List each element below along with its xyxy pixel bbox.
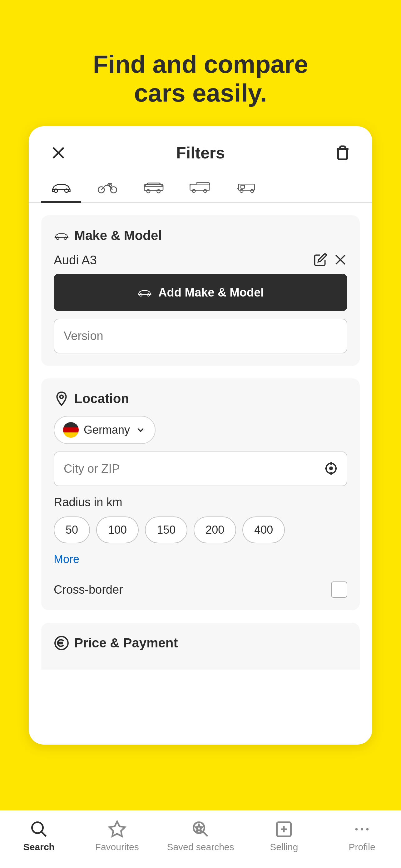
svg-marker-34 [109,822,125,836]
svg-rect-7 [144,185,163,190]
make-model-header: Make & Model [54,228,347,243]
filters-title: Filters [176,144,225,162]
price-payment-title: Price & Payment [74,636,178,651]
svg-point-41 [366,828,369,831]
nav-profile[interactable]: Profile [334,820,390,852]
radius-400[interactable]: 400 [242,517,285,544]
location-title: Location [74,391,129,406]
tab-caravan[interactable] [226,173,266,203]
radius-chips: 50 100 150 200 400 [54,517,347,544]
tab-car[interactable] [41,173,81,203]
euro-icon [54,635,69,651]
saved-search-icon [191,820,210,839]
model-action-buttons [313,253,347,268]
nav-selling-label: Selling [270,842,298,852]
svg-point-39 [356,828,358,831]
svg-rect-17 [241,185,244,188]
edit-icon [313,253,327,267]
country-select[interactable]: Germany [54,416,156,444]
make-model-title: Make & Model [74,228,162,243]
cross-border-label: Cross-border [54,583,123,596]
price-payment-section: Price & Payment [41,623,360,670]
selling-icon [274,820,293,839]
radius-50[interactable]: 50 [54,517,90,544]
car-icon [54,228,69,243]
svg-point-32 [32,823,43,833]
more-radius-link[interactable]: More [54,553,79,566]
svg-point-6 [109,184,111,187]
cross-border-row: Cross-border [54,575,347,598]
svg-point-26 [329,466,333,470]
svg-point-5 [110,187,117,193]
city-zip-wrapper [54,452,347,486]
tab-motorcycle[interactable] [88,173,127,203]
svg-marker-37 [196,825,203,832]
nav-saved-searches-label: Saved searches [167,842,234,852]
tab-truck[interactable] [180,173,220,203]
radius-200[interactable]: 200 [194,517,236,544]
cross-border-checkbox[interactable] [331,582,347,598]
hero-line1: Find and compare [93,50,308,78]
svg-line-36 [203,832,208,836]
nav-favourites[interactable]: Favourites [89,820,145,852]
nav-search-label: Search [24,842,55,852]
close-model-icon [334,253,347,267]
remove-model-button[interactable] [334,253,347,268]
filters-card: Filters [29,126,372,745]
svg-point-24 [60,395,63,398]
add-make-model-button[interactable]: Add Make & Model [54,274,347,311]
make-model-section: Make & Model Audi A3 Add Make & Model [41,215,360,366]
country-name: Germany [84,423,130,436]
hero-section: Find and compare cars easily. [43,25,358,107]
search-icon [30,820,48,839]
radius-150[interactable]: 150 [145,517,188,544]
selected-model-row: Audi A3 [54,253,347,268]
gps-target-icon[interactable] [324,461,338,477]
nav-selling[interactable]: Selling [256,820,312,852]
vehicle-tabs [29,173,372,203]
nav-profile-label: Profile [349,842,375,852]
add-model-label: Add Make & Model [158,286,264,299]
close-button[interactable] [47,142,69,164]
selected-model-name: Audi A3 [54,253,97,267]
radius-label: Radius in km [54,496,347,509]
svg-point-40 [361,828,363,831]
price-payment-header: Price & Payment [54,635,347,651]
radius-100[interactable]: 100 [96,517,139,544]
hero-line2: cars easily. [134,79,267,107]
germany-flag [63,422,79,438]
nav-saved-searches[interactable]: Saved searches [167,820,234,852]
edit-model-button[interactable] [313,253,327,268]
star-icon [108,820,127,839]
location-section: Location Germany [41,378,360,610]
nav-search[interactable]: Search [11,820,67,852]
filters-header: Filters [29,126,372,173]
location-icon [54,391,69,406]
location-header: Location [54,391,347,406]
more-icon [353,820,371,839]
chevron-down-icon [135,424,146,436]
city-zip-input[interactable] [54,452,347,486]
target-icon [324,461,338,476]
bottom-navigation: Search Favourites Saved searches Selling [0,810,401,868]
svg-line-33 [42,832,46,836]
tab-van[interactable] [134,173,174,203]
trash-button[interactable] [332,142,354,164]
add-car-icon [137,285,152,300]
version-input[interactable] [54,319,347,353]
nav-favourites-label: Favourites [95,842,139,852]
